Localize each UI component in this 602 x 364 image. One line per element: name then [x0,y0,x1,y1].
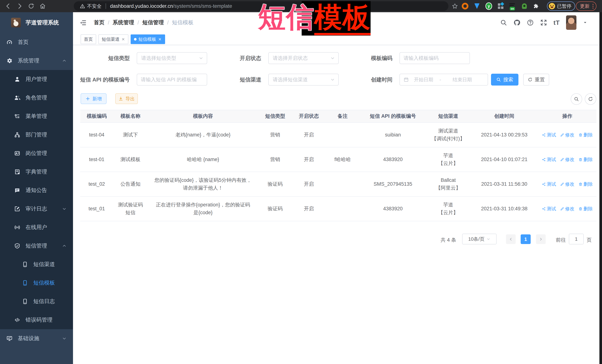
user-avatar[interactable] [566,15,576,30]
test-link[interactable]: 测试 [542,180,556,188]
help-icon[interactable] [527,19,534,26]
sidebar-item-error-code[interactable]: 错误码管理 [0,311,73,329]
app-title: 芋道管理系统 [26,19,59,26]
refresh-icon [528,77,533,82]
test-link[interactable]: 测试 [542,131,556,138]
edit-link[interactable]: 修改 [560,180,574,188]
pagination-page-unit: 页 [587,237,592,243]
pagination-total: 共 4 条 [441,237,456,243]
pagination-prev-button[interactable] [506,234,516,244]
header-actions: tT [500,12,588,33]
delete-link[interactable]: 删除 [579,156,593,163]
trash-icon [579,157,582,162]
plus-icon [86,96,90,101]
message-icon [14,187,20,194]
reset-button[interactable]: 重置 [523,74,549,85]
date-range-picker[interactable]: 开始日期 - 结束日期 [399,74,488,85]
add-button[interactable]: 新增 [81,93,107,104]
tab-sms-template[interactable]: 短信模板 [131,34,165,44]
delete-link[interactable]: 删除 [579,205,593,212]
screenshot-root: 不安全 dashboard.yudao.iocoder.cn/system/sm… [0,0,602,364]
breadcrumb-home[interactable]: 首页 [94,19,105,26]
sidebar: 芋道管理系统 首页 系统管理 用户管理 角色管理 菜单管理 [0,12,73,364]
page-size-select[interactable]: 10条/页 [462,234,496,244]
users-icon [14,95,20,101]
browser-forward-icon[interactable] [16,3,23,10]
extension-onetab-icon[interactable]: on [509,3,516,10]
sidebar-item-home[interactable]: 首页 [0,33,73,52]
sidebar-item-notice[interactable]: 通知公告 [0,181,73,200]
sidebar-logo-row[interactable]: 芋道管理系统 [0,12,73,33]
menu-tree-icon [14,113,20,119]
pagination-page-1[interactable]: 1 [521,234,531,244]
api-template-id-input[interactable] [137,74,207,85]
sidebar-system-submenu: 用户管理 角色管理 菜单管理 部门管理 岗位管理 字典管理 [0,70,73,329]
not-secure-label: 不安全 [87,3,102,10]
sidebar-item-departments[interactable]: 部门管理 [0,125,73,144]
tab-home[interactable]: 首页 [81,34,96,44]
pagination-next-button[interactable] [536,234,546,244]
table-refresh-button[interactable] [585,93,596,105]
test-link[interactable]: 测试 [542,205,556,212]
browser-back-icon[interactable] [5,3,11,10]
edit-link[interactable]: 修改 [560,156,574,163]
edit-link[interactable]: 修改 [560,205,574,212]
sidebar-item-infrastructure[interactable]: 基础设施 [0,329,73,348]
delete-link[interactable]: 删除 [579,180,593,188]
extensions-puzzle-icon[interactable] [533,3,539,10]
close-icon[interactable] [121,37,125,41]
edit-link[interactable]: 修改 [560,131,574,138]
sms-type-select[interactable]: 请选择短信类型 [137,52,207,64]
export-button[interactable]: 导出 [115,93,138,104]
extension-spy-icon[interactable] [521,3,528,10]
table-search-toggle-button[interactable] [571,93,582,105]
browser-menu-icon[interactable] [592,4,593,9]
browser-update-chip[interactable]: 更新 [576,1,596,11]
signal-icon [14,224,20,230]
browser-home-icon[interactable] [39,3,46,10]
github-icon[interactable] [513,19,520,26]
pagination-goto-input[interactable] [569,234,584,244]
breadcrumb-sms[interactable]: 短信管理 [142,19,164,26]
channel-select[interactable]: 请选择短信渠道 [268,74,339,85]
extension-y-icon[interactable]: y [485,3,492,10]
sidebar-item-system[interactable]: 系统管理 [0,52,73,70]
browser-reload-icon[interactable] [28,3,34,10]
sidebar-item-sms[interactable]: 短信管理 [0,237,73,255]
pencil-icon [560,207,564,211]
template-code-input[interactable] [399,52,470,64]
sidebar-item-menus[interactable]: 菜单管理 [0,107,73,125]
profile-paused-chip[interactable]: 已暂停 [547,1,575,11]
breadcrumb-system[interactable]: 系统管理 [113,19,134,26]
sidebar-item-dict[interactable]: 字典管理 [0,163,73,181]
sidebar-item-sms-log[interactable]: 短信日志 [0,292,73,311]
bookmark-star-icon[interactable] [452,3,458,10]
url-path: /system/sms/sms-template [173,3,232,9]
fullscreen-icon[interactable] [540,19,547,26]
tab-sms-channel[interactable]: 短信渠道 [98,34,129,44]
delete-link[interactable]: 删除 [579,131,593,138]
avatar-caret-down-icon[interactable] [583,20,588,25]
sidebar-item-sms-template[interactable]: 短信模板 [0,274,73,292]
trash-icon [579,207,582,211]
sidebar-item-posts[interactable]: 岗位管理 [0,144,73,163]
test-link[interactable]: 测试 [542,156,556,163]
sidebar-item-users[interactable]: 用户管理 [0,70,73,89]
sidebar-item-sms-channel[interactable]: 短信渠道 [0,255,73,274]
extension-kite-icon[interactable] [473,3,480,10]
font-size-icon[interactable]: tT [553,19,560,26]
extension-donut-icon[interactable] [462,3,468,10]
sidebar-item-audit-log[interactable]: 审计日志 [0,200,73,218]
sidebar-item-online-users[interactable]: 在线用户 [0,218,73,237]
search-button[interactable]: 搜索 [491,74,518,85]
search-icon[interactable] [500,19,507,26]
close-icon[interactable] [158,37,162,41]
chevron-up-icon [62,243,67,248]
sidebar-collapse-icon[interactable] [79,19,87,26]
gear-icon [6,58,13,64]
window-right-edge [599,12,602,364]
extension-grid-icon[interactable] [497,3,504,10]
status-select[interactable]: 请选择开启状态 [268,52,339,64]
sidebar-item-roles[interactable]: 角色管理 [0,89,73,107]
share-icon [542,133,546,137]
